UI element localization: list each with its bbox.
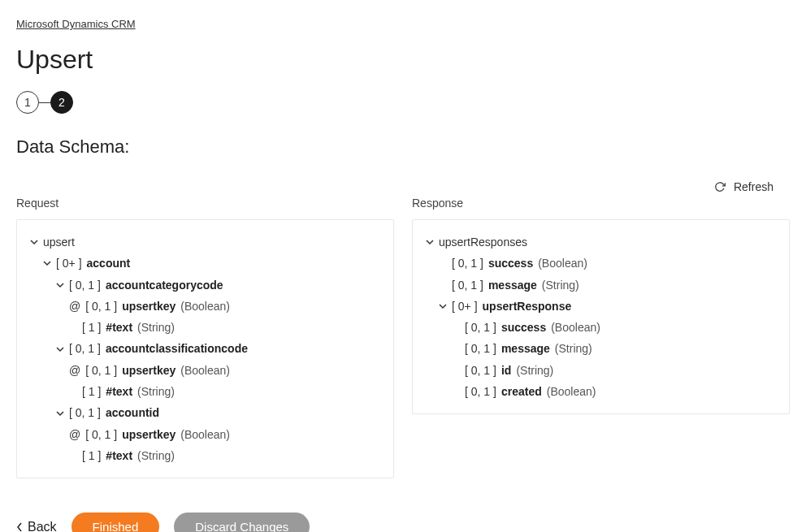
field-name: #text bbox=[106, 448, 132, 464]
node-label: upsertResponses bbox=[439, 234, 527, 250]
field-name: upsertResponse bbox=[483, 298, 572, 314]
field-name: created bbox=[501, 383, 542, 400]
field-type: (Boolean) bbox=[551, 319, 600, 335]
request-schema-box: upsert [ 0+ ] account [ 0, 1 ] accountca… bbox=[16, 219, 394, 478]
field-type: (Boolean) bbox=[538, 255, 587, 271]
finished-button[interactable]: Finished bbox=[72, 513, 160, 532]
cardinality: [ 0, 1 ] bbox=[465, 362, 496, 378]
field-type: (String) bbox=[555, 340, 592, 357]
breadcrumb-link[interactable]: Microsoft Dynamics CRM bbox=[16, 18, 136, 30]
cardinality: [ 0, 1 ] bbox=[69, 340, 101, 357]
field-name: accountid bbox=[106, 404, 159, 421]
field-name: accountclassificationcode bbox=[106, 340, 248, 357]
at-icon: @ bbox=[69, 426, 80, 443]
chevron-down-icon bbox=[439, 302, 447, 310]
tree-node-text[interactable]: [ 1 ] #text (String) bbox=[69, 317, 380, 338]
field-name: accountcategorycode bbox=[106, 277, 223, 293]
cardinality: [ 0, 1 ] bbox=[452, 277, 483, 293]
chevron-down-icon bbox=[56, 281, 64, 289]
section-title: Data Schema: bbox=[16, 136, 790, 158]
cardinality: [ 0, 1 ] bbox=[465, 319, 496, 335]
refresh-button[interactable]: Refresh bbox=[16, 180, 790, 193]
tree-node-ur-message[interactable]: [ 0, 1 ] message (String) bbox=[452, 338, 776, 359]
tree-node-ur-created[interactable]: [ 0, 1 ] created (Boolean) bbox=[452, 381, 776, 402]
request-column: Request upsert [ 0+ ] account [ 0, 1 ] a… bbox=[16, 197, 394, 478]
response-schema-box: upsertResponses [ 0, 1 ] success (Boolea… bbox=[412, 219, 790, 414]
back-button[interactable]: Back bbox=[16, 520, 57, 532]
cardinality: [ 0, 1 ] bbox=[69, 404, 101, 421]
chevron-down-icon bbox=[56, 345, 64, 353]
cardinality: [ 0, 1 ] bbox=[452, 255, 483, 271]
back-label: Back bbox=[28, 520, 57, 532]
tree-node-text[interactable]: [ 1 ] #text (String) bbox=[69, 381, 380, 402]
tree-node-text[interactable]: [ 1 ] #text (String) bbox=[69, 445, 380, 466]
tree-node-upsertkey[interactable]: @ [ 0, 1 ] upsertkey (Boolean) bbox=[69, 360, 380, 381]
tree-node-upsertresponses[interactable]: upsertResponses bbox=[426, 231, 776, 253]
field-type: (String) bbox=[137, 319, 175, 335]
field-type: (String) bbox=[137, 448, 175, 464]
field-type: (String) bbox=[137, 383, 175, 400]
tree-node-upsertresponse[interactable]: [ 0+ ] upsertResponse bbox=[439, 296, 776, 317]
field-type: (Boolean) bbox=[180, 426, 230, 443]
field-name: #text bbox=[106, 319, 132, 335]
discard-changes-button[interactable]: Discard Changes bbox=[174, 513, 310, 532]
field-name: account bbox=[87, 255, 131, 271]
response-column: Response upsertResponses [ 0, 1 ] succes… bbox=[412, 197, 790, 478]
tree-node-account[interactable]: [ 0+ ] account bbox=[43, 253, 380, 274]
cardinality: [ 0+ ] bbox=[56, 255, 82, 271]
refresh-label: Refresh bbox=[734, 180, 774, 193]
tree-node-accountid[interactable]: [ 0, 1 ] accountid bbox=[56, 402, 380, 423]
request-header: Request bbox=[16, 197, 394, 210]
field-name: upsertkey bbox=[122, 426, 176, 443]
field-name: upsertkey bbox=[122, 298, 176, 314]
field-name: message bbox=[488, 277, 537, 293]
field-name: success bbox=[488, 255, 533, 271]
cardinality: [ 0, 1 ] bbox=[465, 383, 496, 400]
cardinality: [ 0, 1 ] bbox=[85, 426, 117, 443]
chevron-down-icon bbox=[426, 238, 434, 246]
at-icon: @ bbox=[69, 362, 80, 378]
response-header: Response bbox=[412, 197, 790, 210]
chevron-left-icon bbox=[16, 522, 23, 532]
chevron-down-icon bbox=[43, 259, 51, 267]
tree-node-success[interactable]: [ 0, 1 ] success (Boolean) bbox=[439, 253, 776, 274]
cardinality: [ 0, 1 ] bbox=[85, 362, 117, 378]
field-type: (String) bbox=[542, 277, 579, 293]
tree-node-upsertkey[interactable]: @ [ 0, 1 ] upsertkey (Boolean) bbox=[69, 424, 380, 445]
cardinality: [ 1 ] bbox=[82, 383, 101, 400]
field-type: (Boolean) bbox=[180, 298, 230, 314]
cardinality: [ 0, 1 ] bbox=[465, 340, 496, 357]
tree-node-accountclassificationcode[interactable]: [ 0, 1 ] accountclassificationcode bbox=[56, 338, 380, 359]
field-name: success bbox=[501, 319, 546, 335]
tree-node-ur-id[interactable]: [ 0, 1 ] id (String) bbox=[452, 360, 776, 381]
cardinality: [ 1 ] bbox=[82, 319, 101, 335]
chevron-down-icon bbox=[30, 238, 38, 246]
field-name: upsertkey bbox=[122, 362, 176, 378]
field-type: (Boolean) bbox=[547, 383, 596, 400]
refresh-icon bbox=[714, 181, 726, 192]
step-2[interactable]: 2 bbox=[50, 91, 73, 114]
cardinality: [ 1 ] bbox=[82, 448, 101, 464]
field-type: (Boolean) bbox=[180, 362, 230, 378]
tree-node-message[interactable]: [ 0, 1 ] message (String) bbox=[439, 275, 776, 296]
field-type: (String) bbox=[516, 362, 553, 378]
tree-node-accountcategorycode[interactable]: [ 0, 1 ] accountcategorycode bbox=[56, 275, 380, 296]
step-1[interactable]: 1 bbox=[16, 91, 39, 114]
field-name: id bbox=[501, 362, 511, 378]
chevron-down-icon bbox=[56, 409, 64, 417]
step-connector bbox=[39, 102, 50, 103]
field-name: #text bbox=[106, 383, 132, 400]
cardinality: [ 0, 1 ] bbox=[85, 298, 117, 314]
at-icon: @ bbox=[69, 298, 80, 314]
field-name: message bbox=[501, 340, 550, 357]
page-title: Upsert bbox=[16, 45, 790, 75]
tree-node-upsertkey[interactable]: @ [ 0, 1 ] upsertkey (Boolean) bbox=[69, 296, 380, 317]
step-indicator: 1 2 bbox=[16, 91, 790, 114]
cardinality: [ 0+ ] bbox=[452, 298, 478, 314]
node-label: upsert bbox=[43, 234, 75, 250]
cardinality: [ 0, 1 ] bbox=[69, 277, 101, 293]
tree-node-upsert[interactable]: upsert bbox=[30, 231, 380, 253]
tree-node-ur-success[interactable]: [ 0, 1 ] success (Boolean) bbox=[452, 317, 776, 338]
